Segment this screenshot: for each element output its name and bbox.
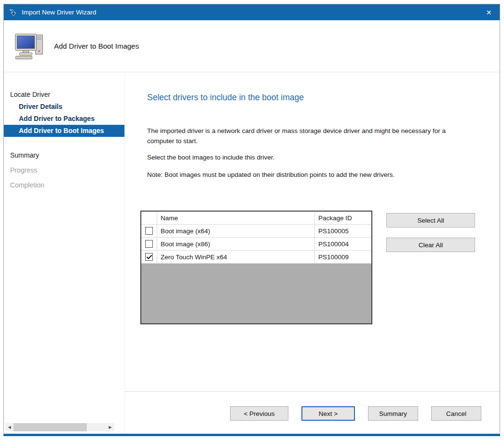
previous-button[interactable]: < Previous [230,406,288,421]
next-button[interactable]: Next > [301,406,355,421]
wizard-window: Import New Driver Wizard ✕ [3,4,500,436]
boot-image-package-id: PS100004 [315,238,371,251]
scroll-right-button[interactable]: ▶ [106,423,114,431]
boot-image-package-id: PS100005 [315,225,371,238]
wizard-footer: < Previous Next > Summary Cancel [125,391,500,434]
scroll-left-button[interactable]: ◀ [5,423,14,431]
select-all-button[interactable]: Select All [386,213,475,227]
note-text: Note: Boot images must be updated on the… [147,170,466,180]
page-title: Select drivers to include in the boot im… [147,93,485,103]
sidebar-item-add-driver-to-packages: Add Driver to Packages [4,113,124,125]
sidebar-item-completion: Completion [4,179,124,191]
wizard-steps-sidebar: Locate Driver Driver Details Add Driver … [4,72,125,434]
clear-all-button[interactable]: Clear All [386,238,475,252]
boot-image-checkbox[interactable] [145,253,153,261]
sidebar-item-locate-driver: Locate Driver [4,89,124,101]
boot-image-package-id: PS100009 [315,251,371,264]
summary-button[interactable]: Summary [368,406,418,421]
cancel-button[interactable]: Cancel [431,406,481,421]
close-icon: ✕ [486,9,492,16]
sidebar-item-add-driver-to-boot-images: Add Driver to Boot Images [4,125,124,137]
scroll-right-icon: ▶ [109,425,111,429]
column-header-package-id[interactable]: Package ID [315,212,371,225]
window-title: Import New Driver Wizard [22,9,96,16]
wizard-icon [9,9,17,16]
table-row[interactable]: Boot image (x64) PS100005 [141,225,371,238]
boot-image-name: Zero Touch WinPE x64 [157,251,315,264]
scrollbar-thumb[interactable] [14,423,87,431]
sidebar-horizontal-scrollbar[interactable]: ◀ ▶ [5,423,114,431]
intro-text: The imported driver is a network card dr… [147,126,466,146]
scroll-left-icon: ◀ [8,425,11,429]
close-button[interactable]: ✕ [478,4,500,20]
checkbox-column-header [141,212,157,225]
table-header-row: Name Package ID [141,212,371,225]
title-bar: Import New Driver Wizard ✕ [4,4,500,20]
scrollbar-track[interactable] [87,423,106,431]
computer-icon [14,33,44,60]
instruction-text: Select the boot images to include this d… [147,152,466,162]
header-title: Add Driver to Boot Images [54,42,139,50]
boot-images-table: Name Package ID Boot image (x64) PS10000… [140,211,372,324]
table-row[interactable]: Zero Touch WinPE x64 PS100009 [141,251,371,264]
boot-image-name: Boot image (x86) [157,238,315,251]
column-header-name[interactable]: Name [157,212,315,225]
table-row[interactable]: Boot image (x86) PS100004 [141,238,371,251]
sidebar-item-driver-details: Driver Details [4,101,124,113]
sidebar-item-summary: Summary [4,149,124,161]
wizard-header: Add Driver to Boot Images [4,20,500,72]
boot-image-name: Boot image (x64) [157,225,315,238]
boot-image-checkbox[interactable] [145,227,153,235]
sidebar-item-progress: Progress [4,164,124,176]
wizard-page-content: Select drivers to include in the boot im… [125,72,500,391]
boot-image-checkbox[interactable] [145,240,153,248]
